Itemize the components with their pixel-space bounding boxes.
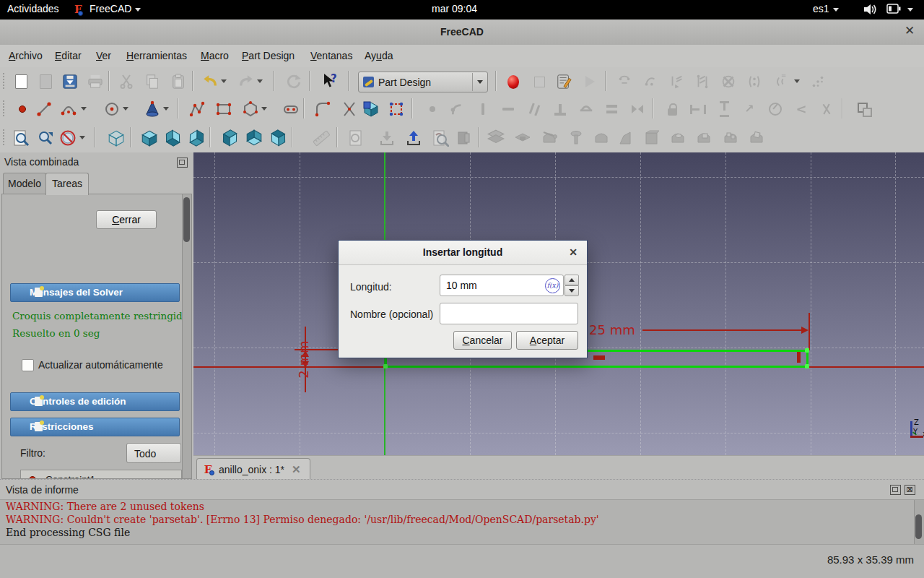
save-button[interactable]: [59, 71, 81, 92]
redo-dropdown-arrow[interactable]: [257, 79, 263, 83]
sketch-vertex[interactable]: [383, 364, 388, 368]
constraint-distance-button[interactable]: ↗: [738, 98, 760, 120]
document-tab-close-icon[interactable]: ✕: [292, 463, 301, 476]
clock[interactable]: mar 09:04: [432, 3, 477, 14]
feature-4-button[interactable]: [746, 127, 767, 149]
report-view-content[interactable]: WARNING: There are 2 unused tokens WARNI…: [0, 499, 924, 545]
macro-stop-button[interactable]: [528, 71, 550, 92]
constraint-parallel-button[interactable]: [523, 98, 545, 120]
constraint-tangent-button[interactable]: [575, 98, 597, 120]
ok-button[interactable]: Aceptar: [516, 331, 578, 350]
sketch-vertex[interactable]: [805, 364, 809, 368]
sketch-slot-button[interactable]: [280, 98, 302, 120]
sketcher-edit-tool-2-button[interactable]: [640, 71, 661, 92]
sketch-circle-button[interactable]: [101, 98, 123, 120]
constraint-list-item[interactable]: Constraint1: [21, 470, 181, 479]
open-file-button[interactable]: [35, 71, 56, 92]
fit-all-button[interactable]: [10, 127, 32, 149]
dialog-title-bar[interactable]: Insertar longitud ✕: [339, 241, 587, 265]
report-scrollbar[interactable]: [914, 500, 924, 545]
sketch-polyline-button[interactable]: [186, 98, 208, 120]
sketch-trim-button[interactable]: [339, 98, 360, 120]
edit-controls-section-header[interactable]: Controles de edición: [10, 392, 180, 411]
constraint-marker[interactable]: [593, 355, 605, 360]
circle-dropdown-arrow[interactable]: [123, 107, 128, 111]
activities-button[interactable]: Actividades: [7, 3, 59, 14]
constraint-vertical-button[interactable]: [472, 98, 494, 120]
window-close-button[interactable]: ✕: [902, 24, 917, 38]
export-sketch-button[interactable]: [403, 127, 424, 149]
sketch-polygon-button[interactable]: [240, 98, 261, 120]
solver-messages-section-header[interactable]: Mensajes del Solver: [10, 283, 180, 302]
undo-dropdown-arrow[interactable]: [221, 79, 227, 83]
polygon-dropdown-arrow[interactable]: [261, 107, 267, 111]
constraint-filter-dropdown[interactable]: Todo: [126, 443, 181, 463]
menu-ver[interactable]: Ver: [96, 50, 111, 61]
whats-this-button[interactable]: ?: [319, 71, 341, 92]
constraints-section-header[interactable]: Restricciones: [10, 418, 180, 436]
panel-scrollbar-thumb[interactable]: [183, 197, 190, 242]
constraint-perpendicular-button[interactable]: [549, 98, 571, 120]
draw-style-dropdown-arrow[interactable]: [79, 136, 85, 139]
dialog-close-button[interactable]: ✕: [567, 246, 580, 259]
feature-3-button[interactable]: [720, 127, 741, 149]
system-menu[interactable]: [904, 3, 913, 14]
workbench-dropdown-arrow[interactable]: [472, 73, 487, 91]
view-left-button[interactable]: [267, 127, 289, 149]
menu-macro[interactable]: Macro: [201, 50, 229, 61]
import-sketch-button[interactable]: [376, 127, 398, 149]
constraint-symmetric-button[interactable]: [627, 98, 648, 120]
view-bottom-button[interactable]: [243, 127, 265, 149]
arc-dropdown-arrow[interactable]: [81, 107, 87, 111]
copy-button[interactable]: [141, 71, 163, 92]
report-float-icon[interactable]: [890, 485, 901, 495]
document-tab[interactable]: F anillo_onix : 1* ✕: [196, 458, 310, 480]
toolbar-handle[interactable]: [3, 73, 6, 89]
tab-modelo[interactable]: Modelo: [3, 173, 46, 194]
cancel-button[interactable]: Cancelar: [453, 331, 512, 350]
toolbar-handle[interactable]: [3, 100, 6, 116]
macro-edit-button[interactable]: [553, 71, 575, 92]
paste-button[interactable]: [167, 71, 189, 92]
constraint-horizontal-distance-button[interactable]: [687, 98, 709, 120]
constraint-radius-button[interactable]: [764, 98, 786, 120]
macro-record-button[interactable]: [502, 71, 524, 92]
sketch-arc-button[interactable]: [58, 98, 79, 120]
menu-editar[interactable]: Editar: [55, 50, 82, 61]
app-menu[interactable]: FreeCAD: [90, 3, 141, 14]
menu-herramientas[interactable]: Herramientas: [126, 50, 187, 61]
subtractive-primitive-button[interactable]: [614, 127, 636, 149]
close-task-button[interactable]: Cerrar: [96, 210, 157, 229]
sketcher-edit-tool-1-button[interactable]: [614, 71, 635, 92]
spinner-up-button[interactable]: [565, 275, 579, 285]
sketch-external-geometry-button[interactable]: [360, 98, 382, 120]
sketcher-edit-tool-8-button[interactable]: [807, 71, 829, 92]
view-front-button[interactable]: [139, 127, 160, 149]
menu-part-design[interactable]: Part Design: [242, 50, 295, 61]
toggle-construction-button[interactable]: [853, 98, 875, 120]
horizontal-dimension-label[interactable]: 25 mm: [589, 322, 635, 337]
battery-icon[interactable]: [886, 4, 901, 14]
draw-style-button[interactable]: [58, 127, 79, 149]
additive-primitive-button[interactable]: [590, 127, 612, 149]
constraint-angle-button[interactable]: <: [790, 98, 812, 120]
zoom-selection-button[interactable]: [35, 127, 56, 149]
menu-ayuda[interactable]: Ayuda: [365, 50, 393, 61]
new-file-button[interactable]: [10, 71, 32, 92]
constraint-point-on-object-button[interactable]: [445, 98, 466, 120]
refresh-button[interactable]: [283, 71, 305, 92]
panel-scrollbar[interactable]: [182, 194, 191, 478]
window-title-bar[interactable]: FreeCAD ✕: [0, 20, 924, 46]
volume-icon[interactable]: [863, 3, 878, 16]
sketch-rectangle-button[interactable]: [213, 98, 235, 120]
sketcher-edit-tool-7-button[interactable]: [770, 71, 791, 92]
sketcher-edit-dropdown-arrow[interactable]: [794, 79, 800, 83]
constraint-lock-button[interactable]: [661, 98, 683, 120]
sketch-line-button[interactable]: [33, 98, 55, 120]
vertical-dimension-label[interactable]: 2 mm: [296, 338, 311, 381]
validate-sketch-button[interactable]: [430, 127, 451, 149]
mirror-sketch-button[interactable]: [453, 127, 475, 149]
keyboard-layout-indicator[interactable]: es1: [813, 3, 839, 14]
constraint-equal-button[interactable]: [601, 98, 622, 120]
macro-play-button[interactable]: [579, 71, 601, 92]
